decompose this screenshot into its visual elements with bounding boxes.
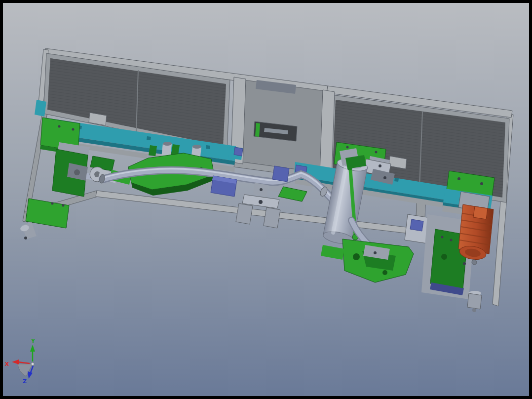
bolt xyxy=(383,176,386,179)
bolt xyxy=(457,177,460,180)
rod-top-ball xyxy=(347,165,352,170)
bolt xyxy=(374,251,377,254)
fixture-hole xyxy=(353,253,360,260)
valve-body[interactable] xyxy=(467,293,482,309)
viewport-canvas[interactable]: X Y Z xyxy=(0,0,532,399)
y-axis-label[interactable]: Y xyxy=(31,338,36,344)
belt-tensioner[interactable] xyxy=(234,147,243,156)
bolt xyxy=(463,262,466,265)
x-axis-label[interactable]: X xyxy=(5,361,9,367)
motor-terminal-box[interactable] xyxy=(473,206,488,219)
bolt xyxy=(379,164,381,167)
motor-shaft xyxy=(472,260,477,265)
belt-lug xyxy=(206,145,210,149)
bolt xyxy=(480,182,483,185)
guide-block[interactable] xyxy=(272,166,289,182)
plate-hole xyxy=(441,254,447,260)
clamp-cap xyxy=(163,142,172,146)
fixture-blue-block[interactable] xyxy=(410,219,423,231)
support-right-foot[interactable] xyxy=(264,207,280,228)
z-axis-label[interactable]: Z xyxy=(23,378,27,385)
belt-lug xyxy=(147,136,151,140)
bolt xyxy=(260,188,263,191)
left-end-teal-plate[interactable] xyxy=(35,100,46,117)
triad-origin xyxy=(31,362,34,365)
belt-lug xyxy=(394,178,399,182)
support-left-foot[interactable] xyxy=(236,203,253,224)
clamp-cap xyxy=(192,145,201,149)
fixture-hole xyxy=(382,270,387,275)
valve-stem xyxy=(472,308,476,312)
bolt xyxy=(24,237,27,239)
left-gearbox-shaft xyxy=(74,169,80,175)
bolt xyxy=(259,200,263,204)
cad-viewport[interactable]: X Y Z xyxy=(0,0,532,399)
